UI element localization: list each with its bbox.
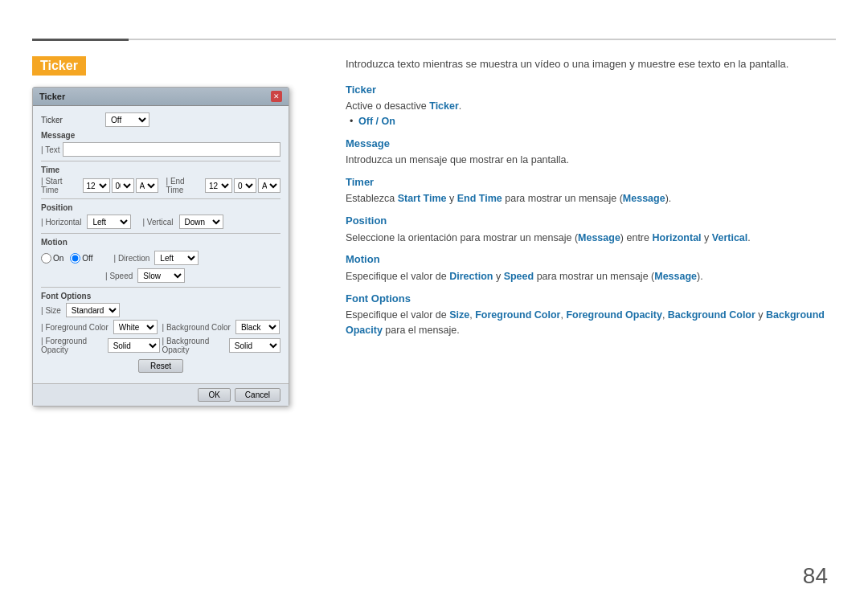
size-select[interactable]: StandardSmallLarge [66,303,120,317]
section-badge: Ticker [32,56,86,76]
help-motion-desc: Especifique el valor de Direction y Spee… [346,269,836,284]
help-position-desc: Seleccione la orientación para mostrar u… [346,231,836,246]
start-ampm-select[interactable]: AM [136,178,158,193]
motion-radio-group: On Off [41,253,93,264]
message-prefix: | Text [41,145,60,154]
vertical-label: | Vertical [142,218,173,227]
motion-message: Message [654,271,697,282]
bg-color-select[interactable]: BlackWhite [235,320,280,334]
ticker-dialog: Ticker ✕ Ticker Off On Message | Text [32,87,289,407]
motion-section: On Off | Direction LeftRight | Speed [41,251,280,283]
position-section-label: Position [41,203,280,212]
message-input[interactable] [63,142,280,157]
position-horizontal: Horizontal [652,232,701,243]
top-line-accent [32,39,129,41]
font-size: Size [449,309,469,321]
vertical-select[interactable]: DownUp [179,215,223,229]
help-font-options: Font Options Especifique el valor de Siz… [346,291,836,338]
divider-1 [41,161,280,161]
divider-4 [41,287,280,288]
font-bg-color: Background Color [668,309,755,321]
bg-opacity-item: | Background Opacity SolidTranslucent [162,337,281,354]
direction-row: | Direction LeftRight [114,251,199,265]
timer-start-time: Start Time [398,193,447,204]
fg-opacity-select[interactable]: SolidTranslucent [108,338,160,353]
position-vertical: Vertical [712,232,747,243]
fg-opacity-label: | Foreground Opacity [41,337,103,354]
size-item: | Size StandardSmallLarge [41,303,160,317]
ticker-bullet: Off / On [346,114,836,129]
ticker-field-label: Ticker [41,116,105,125]
time-row: | Start Time 12 00 AM | End Time 12 01 A… [41,177,280,194]
motion-on-radio[interactable] [41,253,51,264]
right-column: Introduzca texto mientras se muestra un … [346,56,836,345]
help-timer-title: Timer [346,174,836,190]
font-options-grid: | Size StandardSmallLarge | Foreground C… [41,303,280,354]
dialog-footer: OK Cancel [33,383,289,406]
reset-button[interactable]: Reset [138,359,183,373]
font-fg-color: Foreground Color [475,309,560,321]
end-ampm-select[interactable]: AM [258,178,280,193]
ticker-bold: Ticker [429,100,459,112]
speed-row: | Speed SlowNormalFast [105,268,280,283]
motion-on-label[interactable]: On [41,253,63,264]
horizontal-label: | Horizontal [41,218,81,227]
start-hour-select[interactable]: 12 [83,178,110,193]
direction-label: | Direction [114,254,150,263]
help-timer-desc: Establezca Start Time y End Time para mo… [346,191,836,206]
motion-direction: Direction [449,271,493,282]
ok-button[interactable]: OK [198,388,230,402]
horizontal-select[interactable]: LeftRight [87,215,131,229]
end-hour-select[interactable]: 12 [205,178,232,193]
ticker-option-label: Off / On [358,116,395,127]
cancel-button[interactable]: Cancel [235,388,280,402]
bg-color-label: | Background Color [162,323,231,332]
motion-off-radio[interactable] [70,253,80,264]
help-ticker-desc: Active o desactive Ticker. [346,99,836,114]
motion-off-label[interactable]: Off [70,253,92,264]
message-section-label: Message [41,131,280,140]
help-message: Message Introduzca un mensaje que mostra… [346,136,836,168]
dialog-title: Ticker [39,92,65,101]
start-time-label: | Start Time [41,177,79,194]
message-row: | Text [41,142,280,157]
top-line [32,39,836,40]
intro-text: Introduzca texto mientras se muestra un … [346,56,836,72]
bg-color-item: | Background Color BlackWhite [162,320,281,334]
help-motion-title: Motion [346,251,836,268]
speed-select[interactable]: SlowNormalFast [137,268,185,283]
font-options-section-label: Font Options [41,292,280,300]
help-position-title: Position [346,213,836,229]
dialog-titlebar: Ticker ✕ [33,88,289,106]
time-section-label: Time [41,166,280,174]
divider-2 [41,198,280,199]
help-message-title: Message [346,136,836,152]
end-time-label: | End Time [166,177,201,194]
ticker-select[interactable]: Off On [105,112,149,127]
bg-opacity-label: | Background Opacity [162,337,224,354]
position-message: Message [578,232,620,243]
fg-opacity-item: | Foreground Opacity SolidTranslucent [41,337,160,354]
fg-color-label: | Foreground Color [41,323,108,332]
dialog-close-button[interactable]: ✕ [271,91,282,102]
ticker-row: Ticker Off On [41,112,280,127]
fg-color-select[interactable]: WhiteBlack [113,320,158,334]
page-number: 84 [803,563,828,589]
help-message-desc: Introduzca un mensaje que mostrar en la … [346,153,836,168]
start-min-select[interactable]: 00 [112,178,134,193]
divider-3 [41,233,280,234]
bg-opacity-select[interactable]: SolidTranslucent [229,338,280,353]
help-ticker-title: Ticker [346,82,836,98]
motion-speed: Speed [504,271,534,282]
help-ticker: Ticker Active o desactive Ticker. Off / … [346,82,836,129]
size-label: | Size [41,306,61,315]
timer-message: Message [623,193,665,204]
dialog-body: Ticker Off On Message | Text Time | Star… [33,106,289,383]
help-motion: Motion Especifique el valor de Direction… [346,251,836,284]
speed-label: | Speed [105,272,133,280]
help-font-options-title: Font Options [346,291,836,307]
direction-select[interactable]: LeftRight [154,251,199,265]
end-min-select[interactable]: 01 [234,178,256,193]
position-row: | Horizontal LeftRight | Vertical DownUp [41,215,280,229]
help-timer: Timer Establezca Start Time y End Time p… [346,174,836,206]
